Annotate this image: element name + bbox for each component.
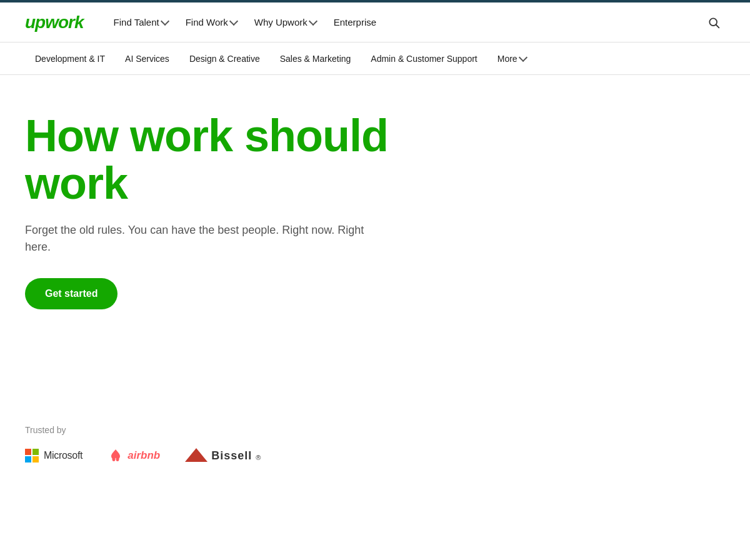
trusted-logos: Microsoft airbnb Bissell ®: [25, 448, 725, 464]
secondary-nav: Development & IT AI Services Design & Cr…: [0, 42, 750, 75]
find-talent-nav[interactable]: Find Talent: [106, 12, 176, 32]
get-started-button[interactable]: Get started: [25, 278, 118, 309]
airbnb-icon: [108, 448, 124, 464]
upwork-logo[interactable]: upwork: [25, 12, 84, 32]
find-work-label: Find Work: [186, 17, 228, 28]
more-chevron-icon: [519, 53, 528, 62]
find-talent-label: Find Talent: [114, 17, 159, 28]
admin-support-nav[interactable]: Admin & Customer Support: [361, 50, 487, 68]
why-upwork-label: Why Upwork: [254, 17, 308, 28]
hero-section: How work should work Forget the old rule…: [0, 75, 750, 400]
bissell-text: Bissell: [211, 449, 252, 462]
microsoft-logo: Microsoft: [25, 449, 82, 462]
ms-yellow-square: [32, 456, 39, 462]
primary-nav-links: Find Talent Find Work Why Upwork Enterpr…: [106, 12, 702, 32]
search-button[interactable]: [702, 11, 725, 34]
ms-red-square: [25, 449, 31, 455]
airbnb-logo: airbnb: [108, 448, 160, 464]
ai-services-nav[interactable]: AI Services: [115, 50, 179, 68]
bissell-triangle-icon: [185, 448, 208, 462]
microsoft-text: Microsoft: [44, 450, 82, 461]
svg-line-1: [716, 24, 719, 28]
why-upwork-nav[interactable]: Why Upwork: [247, 12, 324, 32]
enterprise-label: Enterprise: [334, 17, 376, 28]
trusted-section: Trusted by Microsoft airbnb: [0, 400, 750, 476]
ms-green-square: [32, 449, 39, 455]
development-it-nav[interactable]: Development & IT: [25, 50, 115, 68]
find-work-nav[interactable]: Find Work: [178, 12, 244, 32]
microsoft-grid-icon: [25, 449, 39, 462]
find-talent-chevron-icon: [161, 17, 169, 26]
svg-point-3: [116, 457, 119, 461]
airbnb-text: airbnb: [128, 449, 160, 462]
ms-blue-square: [25, 456, 31, 462]
sales-marketing-nav[interactable]: Sales & Marketing: [270, 50, 361, 68]
find-work-chevron-icon: [229, 17, 238, 26]
bissell-logo-mark: [185, 448, 208, 463]
search-icon: [708, 16, 720, 29]
more-nav[interactable]: More: [488, 50, 536, 68]
bissell-trademark: ®: [256, 454, 261, 461]
design-creative-nav[interactable]: Design & Creative: [179, 50, 270, 68]
hero-subtext: Forget the old rules. You can have the b…: [25, 222, 388, 256]
hero-headline: How work should work: [25, 112, 450, 207]
bissell-logo: Bissell ®: [185, 448, 261, 463]
primary-nav: upwork Find Talent Find Work Why Upwork …: [0, 2, 750, 42]
enterprise-nav[interactable]: Enterprise: [326, 12, 384, 32]
why-upwork-chevron-icon: [309, 17, 318, 26]
svg-point-2: [112, 457, 116, 461]
trusted-label: Trusted by: [25, 425, 725, 435]
